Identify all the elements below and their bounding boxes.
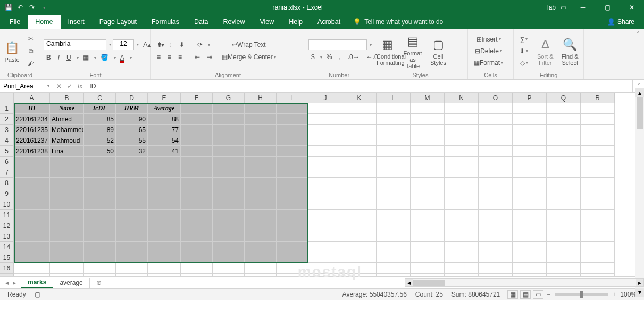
cell-I4[interactable] bbox=[277, 135, 308, 146]
align-right-button[interactable]: ≡ bbox=[175, 52, 185, 62]
cell-J14[interactable] bbox=[308, 242, 342, 252]
copy-button[interactable]: ⧉ bbox=[25, 46, 37, 56]
align-top-button[interactable]: ⬆ bbox=[154, 39, 165, 50]
cell-F17[interactable] bbox=[181, 274, 213, 276]
cell-styles-button[interactable]: ▢Cell Styles bbox=[428, 36, 449, 66]
increase-indent-button[interactable]: ⇥ bbox=[204, 52, 215, 62]
cell-A15[interactable] bbox=[14, 252, 50, 263]
cell-O14[interactable] bbox=[479, 242, 513, 252]
cell-D10[interactable] bbox=[116, 199, 148, 210]
cell-J15[interactable] bbox=[308, 252, 342, 263]
cell-I15[interactable] bbox=[277, 252, 308, 263]
cell-N1[interactable] bbox=[445, 103, 479, 114]
cell-B6[interactable] bbox=[50, 157, 84, 167]
col-header-I[interactable]: I bbox=[277, 93, 308, 103]
cell-J6[interactable] bbox=[308, 157, 342, 167]
sheet-next-icon[interactable]: ▸ bbox=[13, 279, 16, 286]
cell-J5[interactable] bbox=[308, 146, 342, 157]
cell-L11[interactable] bbox=[377, 210, 411, 220]
cell-C12[interactable] bbox=[84, 220, 116, 231]
zoom-out-button[interactable]: − bbox=[547, 291, 550, 298]
cell-F3[interactable] bbox=[181, 125, 213, 135]
decrease-indent-button[interactable]: ⇤ bbox=[192, 52, 203, 62]
cell-K5[interactable] bbox=[342, 146, 377, 157]
row-header-3[interactable]: 3 bbox=[0, 125, 14, 135]
cell-F9[interactable] bbox=[181, 188, 213, 199]
col-header-R[interactable]: R bbox=[581, 93, 615, 103]
cell-G11[interactable] bbox=[213, 210, 245, 220]
cell-H4[interactable] bbox=[245, 135, 277, 146]
delete-cells-button[interactable]: ⊟ Delete ▾ bbox=[471, 46, 506, 56]
cell-M3[interactable] bbox=[411, 125, 445, 135]
cell-D7[interactable] bbox=[116, 167, 148, 178]
cell-N5[interactable] bbox=[445, 146, 479, 157]
cell-N10[interactable] bbox=[445, 199, 479, 210]
cell-D6[interactable] bbox=[116, 157, 148, 167]
number-format-select[interactable] bbox=[308, 39, 367, 50]
cell-F2[interactable] bbox=[181, 114, 213, 125]
align-middle-button[interactable]: ↕ bbox=[166, 39, 175, 50]
cell-C11[interactable] bbox=[84, 210, 116, 220]
cell-M4[interactable] bbox=[411, 135, 445, 146]
cell-D16[interactable] bbox=[116, 263, 148, 274]
cell-O8[interactable] bbox=[479, 178, 513, 188]
cell-G3[interactable] bbox=[213, 125, 245, 135]
cell-K6[interactable] bbox=[342, 157, 377, 167]
col-header-B[interactable]: B bbox=[50, 93, 84, 103]
cell-H12[interactable] bbox=[245, 220, 277, 231]
cell-H3[interactable] bbox=[245, 125, 277, 135]
sheet-tab-average[interactable]: average bbox=[53, 278, 89, 288]
view-page-layout-button[interactable]: ▤ bbox=[520, 290, 531, 299]
cell-C14[interactable] bbox=[84, 242, 116, 252]
cell-C6[interactable] bbox=[84, 157, 116, 167]
cell-Q11[interactable] bbox=[547, 210, 581, 220]
cell-E2[interactable]: 88 bbox=[148, 114, 181, 125]
ribbon-options-icon[interactable]: ▭ bbox=[559, 3, 567, 12]
cell-P15[interactable] bbox=[513, 252, 547, 263]
fill-button[interactable]: ⬇▾ bbox=[517, 46, 531, 56]
cell-D11[interactable] bbox=[116, 210, 148, 220]
cell-R8[interactable] bbox=[581, 178, 615, 188]
italic-button[interactable]: I bbox=[55, 52, 62, 63]
cell-A17[interactable] bbox=[14, 274, 50, 276]
cell-Q17[interactable] bbox=[547, 274, 581, 276]
cell-O2[interactable] bbox=[479, 114, 513, 125]
cell-H14[interactable] bbox=[245, 242, 277, 252]
cell-M15[interactable] bbox=[411, 252, 445, 263]
row-header-15[interactable]: 15 bbox=[0, 252, 14, 263]
cell-N16[interactable] bbox=[445, 263, 479, 274]
cell-Q5[interactable] bbox=[547, 146, 581, 157]
cell-R1[interactable] bbox=[581, 103, 615, 114]
row-header-11[interactable]: 11 bbox=[0, 210, 14, 220]
cell-M1[interactable] bbox=[411, 103, 445, 114]
cell-L9[interactable] bbox=[377, 188, 411, 199]
cell-R14[interactable] bbox=[581, 242, 615, 252]
cell-R11[interactable] bbox=[581, 210, 615, 220]
row-header-14[interactable]: 14 bbox=[0, 242, 14, 252]
cell-P12[interactable] bbox=[513, 220, 547, 231]
font-color-button[interactable]: A bbox=[118, 52, 127, 63]
cell-H1[interactable] bbox=[245, 103, 277, 114]
cell-Q13[interactable] bbox=[547, 231, 581, 242]
cell-E5[interactable]: 41 bbox=[148, 146, 181, 157]
cell-F5[interactable] bbox=[181, 146, 213, 157]
cell-B12[interactable] bbox=[50, 220, 84, 231]
cell-M9[interactable] bbox=[411, 188, 445, 199]
cell-I7[interactable] bbox=[277, 167, 308, 178]
cell-D5[interactable]: 32 bbox=[116, 146, 148, 157]
cell-P6[interactable] bbox=[513, 157, 547, 167]
cell-R3[interactable] bbox=[581, 125, 615, 135]
row-header-13[interactable]: 13 bbox=[0, 231, 14, 242]
cell-A14[interactable] bbox=[14, 242, 50, 252]
cell-A4[interactable]: 220161237 bbox=[14, 135, 50, 146]
cell-K7[interactable] bbox=[342, 167, 377, 178]
cell-G10[interactable] bbox=[213, 199, 245, 210]
cell-A9[interactable] bbox=[14, 188, 50, 199]
col-header-K[interactable]: K bbox=[342, 93, 377, 103]
view-normal-button[interactable]: ▦ bbox=[507, 290, 518, 299]
cell-P5[interactable] bbox=[513, 146, 547, 157]
cell-A7[interactable] bbox=[14, 167, 50, 178]
zoom-slider[interactable] bbox=[555, 293, 608, 296]
cell-J7[interactable] bbox=[308, 167, 342, 178]
cell-G16[interactable] bbox=[213, 263, 245, 274]
